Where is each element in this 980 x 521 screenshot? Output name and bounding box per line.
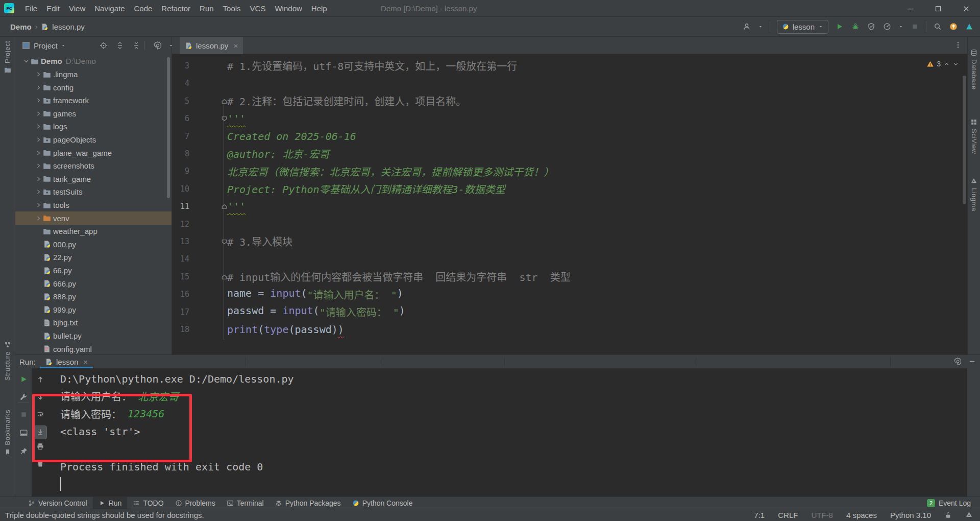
toolwindow-terminal[interactable]: Terminal: [221, 497, 270, 509]
status-item-7-1[interactable]: 7:1: [754, 511, 765, 519]
toolwindow-run[interactable]: Run: [93, 497, 128, 509]
tree-item-tank-game[interactable]: tank_game: [15, 173, 172, 186]
tree-item-logs[interactable]: logs: [15, 120, 172, 133]
project-scrollbar[interactable]: [167, 57, 170, 198]
sidebar-item-lingma[interactable]: Lingma: [968, 178, 980, 211]
stop-button[interactable]: [910, 22, 919, 31]
maximize-button[interactable]: [924, 0, 952, 17]
locate-icon[interactable]: [100, 41, 108, 50]
sidebar-item-database[interactable]: Database: [968, 49, 980, 90]
menu-run[interactable]: Run: [195, 0, 218, 17]
sidebar-item-project[interactable]: Project: [0, 41, 15, 74]
line-number[interactable]: 17: [172, 307, 189, 317]
stop-icon[interactable]: [19, 410, 28, 419]
expand-all-icon[interactable]: [116, 41, 124, 50]
debug-button[interactable]: [851, 22, 860, 31]
line-number[interactable]: 18: [172, 325, 189, 334]
line-number[interactable]: 9: [172, 167, 189, 176]
menu-edit[interactable]: Edit: [42, 0, 64, 17]
run-settings-gear-icon[interactable]: [954, 358, 962, 365]
knot-icon[interactable]: [965, 511, 973, 519]
toolwindow-python-console[interactable]: Python Console: [347, 497, 419, 509]
chevron-right-icon[interactable]: [34, 215, 43, 222]
breadcrumb-project[interactable]: Demo: [10, 22, 32, 31]
collapse-all-icon[interactable]: [132, 41, 140, 50]
line-number[interactable]: 12: [172, 220, 189, 229]
line-number[interactable]: 10: [172, 184, 189, 194]
tab-options-icon[interactable]: [954, 41, 962, 49]
toolwindow-problems[interactable]: Problems: [169, 497, 221, 509]
menu-file[interactable]: File: [20, 0, 42, 17]
run-button[interactable]: [835, 22, 844, 31]
toolwindow-version-control[interactable]: Version Control: [22, 497, 93, 509]
menu-help[interactable]: Help: [307, 0, 332, 17]
tree-item-screenshots[interactable]: screenshots: [15, 159, 172, 173]
menu-vcs[interactable]: VCS: [246, 0, 271, 17]
close-button[interactable]: [952, 0, 980, 17]
line-number[interactable]: 15: [172, 272, 189, 281]
tree-item-tools[interactable]: tools: [15, 199, 172, 212]
tree-item-888-py[interactable]: 888.py: [15, 290, 172, 303]
line-number[interactable]: 4: [172, 79, 189, 88]
toolwindow-todo[interactable]: TODO: [127, 497, 169, 509]
profiler-button[interactable]: [883, 22, 892, 31]
tree-item-999-py[interactable]: 999.py: [15, 303, 172, 317]
line-number[interactable]: 14: [172, 254, 189, 264]
settings-icon[interactable]: [19, 392, 28, 401]
line-number[interactable]: 3: [172, 61, 189, 70]
assistant-icon[interactable]: [965, 22, 974, 31]
chevron-right-icon[interactable]: [34, 150, 43, 156]
sidebar-item-sciview[interactable]: SciView: [968, 119, 980, 154]
rerun-icon[interactable]: [19, 375, 28, 384]
tree-item-pageobjects[interactable]: pageObjects: [15, 133, 172, 147]
status-item-utf-8[interactable]: UTF-8: [811, 511, 833, 519]
chevron-right-icon[interactable]: [34, 110, 43, 117]
code-editor-area[interactable]: 3 3# 1.先设置编码，utf-8可支持中英文，如上，一般放在第一行45# 2…: [172, 54, 967, 354]
menu-code[interactable]: Code: [129, 0, 157, 17]
line-number[interactable]: 7: [172, 132, 189, 141]
settings-icon[interactable]: [154, 41, 162, 50]
pin-icon[interactable]: [19, 446, 28, 456]
status-item-crlf[interactable]: CRLF: [778, 511, 798, 519]
hide-panel-icon[interactable]: [968, 358, 976, 365]
lock-open-icon[interactable]: [944, 511, 952, 519]
tree-item-demo[interactable]: DemoD:\Demo: [15, 55, 172, 68]
tree-item-config-yaml[interactable]: config.yaml: [15, 342, 172, 354]
sidebar-item-structure[interactable]: Structure: [0, 341, 15, 381]
tree-item-666-py[interactable]: 666.py: [15, 277, 172, 290]
line-number[interactable]: 13: [172, 237, 189, 246]
chevron-right-icon[interactable]: [34, 97, 43, 104]
menu-view[interactable]: View: [64, 0, 90, 17]
layout-icon[interactable]: [19, 428, 28, 437]
run-config-selector[interactable]: lesson: [777, 20, 828, 34]
tree-item-games[interactable]: games: [15, 107, 172, 121]
editor-scrollbar[interactable]: [963, 76, 966, 204]
tree-item-bjhg-txt[interactable]: bjhg.txt: [15, 316, 172, 329]
chevron-right-icon[interactable]: [34, 71, 43, 78]
breadcrumb-file[interactable]: lesson.py: [52, 22, 84, 31]
close-icon[interactable]: ×: [233, 41, 238, 50]
tree-item-000-py[interactable]: 000.py: [15, 238, 172, 251]
tree-item-venv[interactable]: venv: [15, 211, 172, 225]
line-number[interactable]: 6: [172, 114, 189, 123]
update-icon[interactable]: [949, 22, 958, 31]
coverage-button[interactable]: [867, 22, 876, 31]
chevron-down-icon[interactable]: [21, 58, 31, 64]
close-icon[interactable]: ×: [83, 358, 88, 366]
menu-window[interactable]: Window: [270, 0, 306, 17]
status-item-python-3.10[interactable]: Python 3.10: [890, 511, 931, 519]
dropdown-caret-icon[interactable]: [61, 43, 66, 48]
line-number[interactable]: 16: [172, 290, 189, 299]
chevron-right-icon[interactable]: [34, 176, 43, 182]
minimize-button[interactable]: [896, 0, 924, 17]
tree-item-config[interactable]: config: [15, 81, 172, 94]
tree-item-66-py[interactable]: 66.py: [15, 264, 172, 277]
event-log-button[interactable]: 2 Event Log: [927, 497, 971, 509]
search-icon[interactable]: [933, 22, 942, 31]
tab-lesson-py[interactable]: lesson.py ×: [180, 37, 243, 54]
chevron-right-icon[interactable]: [34, 123, 43, 130]
chevron-right-icon[interactable]: [34, 162, 43, 169]
tree-item--lingma[interactable]: .lingma: [15, 68, 172, 81]
tree-item-plane-war-game[interactable]: plane_war_game: [15, 146, 172, 159]
menu-refactor[interactable]: Refactor: [157, 0, 195, 17]
